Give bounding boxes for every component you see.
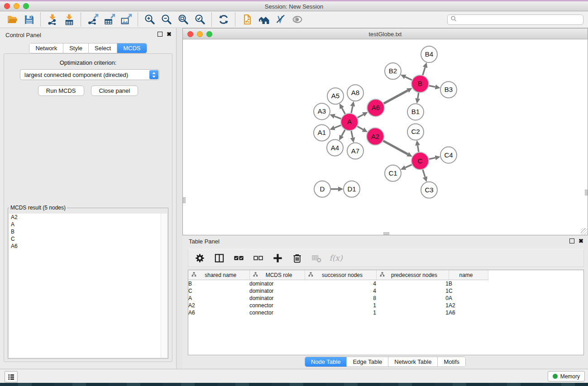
network-graph[interactable]: AA1A2A3A4A5A6A7A8BB1B2B3B4CC1C2C3C4DD1 bbox=[183, 39, 588, 235]
import-network-icon[interactable] bbox=[44, 12, 61, 27]
cell-shared-name[interactable]: B bbox=[188, 280, 249, 288]
node-A8[interactable]: A8 bbox=[347, 85, 363, 101]
gear-icon[interactable] bbox=[194, 252, 206, 264]
mcds-result-item[interactable]: A bbox=[9, 221, 167, 228]
node-table[interactable]: shared nameMCDS rolesuccessor nodesprede… bbox=[188, 270, 584, 355]
edge-C-C2[interactable] bbox=[418, 145, 419, 152]
dropdown-stepper-icon[interactable] bbox=[149, 70, 158, 79]
cell-name[interactable]: B bbox=[449, 280, 488, 288]
tab-select[interactable]: Select bbox=[89, 43, 117, 53]
edge-A6-B[interactable] bbox=[384, 91, 408, 104]
clone-network-icon[interactable] bbox=[239, 12, 255, 27]
network-canvas[interactable]: AA1A2A3A4A5A6A7A8BB1B2B3B4CC1C2C3C4DD1 bbox=[183, 39, 588, 235]
cell-name[interactable]: C bbox=[449, 287, 488, 295]
edge-A-A7[interactable] bbox=[351, 131, 353, 138]
table-row[interactable]: A2connector11A2 bbox=[188, 302, 583, 309]
node-A2[interactable]: A2 bbox=[367, 128, 384, 145]
search-input[interactable] bbox=[459, 16, 583, 23]
toggle-graphics-details-icon[interactable] bbox=[272, 12, 289, 27]
zoom-selected-icon[interactable] bbox=[191, 12, 208, 27]
node-A[interactable]: A bbox=[341, 113, 358, 130]
edge-B-B3[interactable] bbox=[429, 86, 435, 87]
node-A1[interactable]: A1 bbox=[314, 124, 330, 141]
criterion-dropdown[interactable]: largest connected component (directed) bbox=[20, 69, 159, 80]
cell-shared-name[interactable]: A bbox=[188, 295, 249, 302]
zoom-in-icon[interactable] bbox=[141, 12, 158, 27]
edge-A-A5[interactable] bbox=[342, 108, 345, 114]
mcds-result-list[interactable]: A2ABCA6 bbox=[9, 214, 167, 357]
node-B3[interactable]: B3 bbox=[440, 81, 457, 98]
deselect-all-icon[interactable] bbox=[252, 252, 264, 264]
node-A6[interactable]: A6 bbox=[367, 99, 384, 116]
left-scroll-thumb[interactable] bbox=[183, 197, 186, 203]
node-C2[interactable]: C2 bbox=[407, 124, 424, 140]
edge-A-A6[interactable] bbox=[358, 114, 363, 118]
edge-B-B4[interactable] bbox=[423, 67, 425, 75]
cell-successor-nodes[interactable]: 1 bbox=[305, 309, 376, 316]
cell-successor-nodes[interactable]: 4 bbox=[305, 287, 376, 295]
node-B[interactable]: B bbox=[411, 75, 429, 92]
edge-A-A3[interactable] bbox=[335, 116, 341, 119]
cell-successor-nodes[interactable]: 1 bbox=[305, 302, 376, 309]
edge-A-A1[interactable] bbox=[335, 125, 341, 128]
search-box[interactable] bbox=[447, 14, 583, 25]
resize-grip[interactable] bbox=[581, 228, 587, 234]
node-A3[interactable]: A3 bbox=[314, 103, 330, 119]
column-header-mcds-role[interactable]: MCDS role bbox=[249, 270, 305, 280]
refresh-icon[interactable] bbox=[215, 12, 232, 27]
cell-predecessor-nodes[interactable]: 1 bbox=[376, 280, 449, 288]
column-header-successor-nodes[interactable]: successor nodes bbox=[305, 270, 376, 280]
column-header-predecessor-nodes[interactable]: predecessor nodes bbox=[376, 270, 449, 280]
cell-name[interactable]: A6 bbox=[449, 309, 488, 316]
edge-A-A2[interactable] bbox=[357, 126, 363, 129]
tab-style[interactable]: Style bbox=[63, 43, 89, 53]
cell-mcds-role[interactable]: connector bbox=[249, 302, 305, 309]
import-table-icon[interactable] bbox=[61, 12, 77, 27]
node-C1[interactable]: C1 bbox=[385, 165, 401, 181]
tab-node-table[interactable]: Node Table bbox=[305, 357, 347, 367]
cell-shared-name[interactable]: A2 bbox=[188, 302, 249, 309]
column-header-name[interactable]: name bbox=[449, 270, 488, 280]
cell-successor-nodes[interactable]: 4 bbox=[305, 280, 376, 288]
edge-B-B1[interactable] bbox=[418, 93, 419, 99]
cell-name[interactable]: A bbox=[449, 295, 488, 302]
node-C[interactable]: C bbox=[411, 152, 429, 170]
node-A4[interactable]: A4 bbox=[327, 140, 343, 156]
tab-motifs[interactable]: Motifs bbox=[438, 357, 465, 367]
zoom-fit-icon[interactable] bbox=[175, 12, 191, 27]
result-list-scrollbar[interactable] bbox=[161, 214, 167, 357]
task-history-button[interactable] bbox=[5, 371, 18, 382]
table-row[interactable]: A6connector11A6 bbox=[188, 309, 583, 316]
cell-shared-name[interactable]: C bbox=[188, 287, 249, 295]
tab-network-table[interactable]: Network Table bbox=[388, 357, 438, 367]
zoom-out-icon[interactable] bbox=[158, 12, 175, 27]
cell-shared-name[interactable]: A6 bbox=[188, 309, 249, 316]
memory-button[interactable]: Memory bbox=[548, 371, 585, 381]
select-all-icon[interactable] bbox=[233, 252, 244, 264]
node-A7[interactable]: A7 bbox=[347, 143, 363, 159]
node-B1[interactable]: B1 bbox=[407, 104, 424, 120]
node-D[interactable]: D bbox=[314, 181, 330, 197]
cell-mcds-role[interactable]: dominator bbox=[249, 295, 305, 302]
cell-mcds-role[interactable]: dominator bbox=[249, 287, 305, 295]
edge-C-C3[interactable] bbox=[423, 170, 425, 177]
float-panel-icon[interactable] bbox=[158, 32, 163, 37]
mcds-result-item[interactable]: A6 bbox=[9, 243, 167, 250]
node-C3[interactable]: C3 bbox=[421, 182, 437, 198]
edge-B-B2[interactable] bbox=[405, 77, 412, 80]
edge-A-A8[interactable] bbox=[351, 106, 353, 113]
edge-C-C4[interactable] bbox=[429, 158, 435, 159]
tab-edge-table[interactable]: Edge Table bbox=[347, 357, 388, 367]
network-window-titlebar[interactable]: testGlobe.txt bbox=[183, 29, 588, 39]
tab-network[interactable]: Network bbox=[29, 43, 63, 53]
mcds-result-item[interactable]: C bbox=[9, 235, 167, 243]
add-column-icon[interactable] bbox=[272, 252, 283, 264]
node-B4[interactable]: B4 bbox=[421, 46, 437, 62]
save-icon[interactable] bbox=[20, 12, 37, 27]
run-mcds-button[interactable]: Run MCDS bbox=[38, 86, 84, 96]
node-B2[interactable]: B2 bbox=[385, 63, 401, 79]
node-D1[interactable]: D1 bbox=[344, 181, 360, 197]
home-icon[interactable] bbox=[255, 12, 272, 27]
cell-mcds-role[interactable]: dominator bbox=[249, 280, 305, 288]
right-scroll-thumb[interactable] bbox=[585, 190, 588, 195]
